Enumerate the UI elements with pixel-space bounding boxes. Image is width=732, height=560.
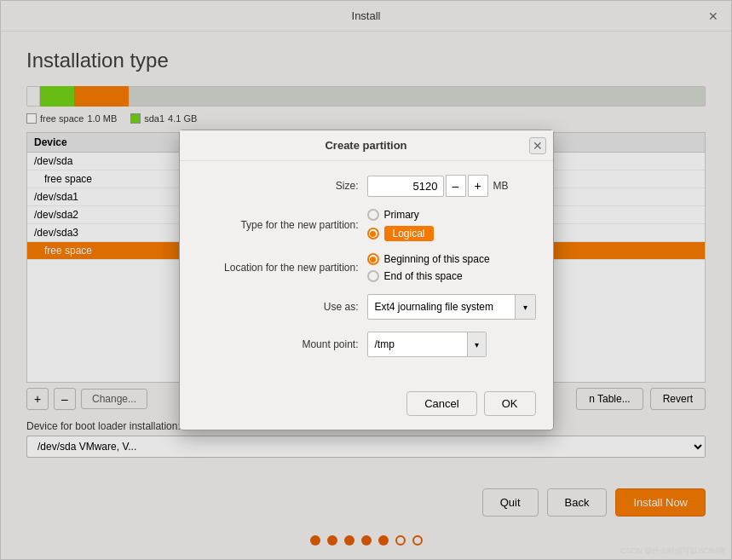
main-window: Install ✕ Installation type free space 1… bbox=[0, 0, 732, 560]
location-beginning-radio[interactable] bbox=[367, 253, 379, 265]
cancel-button[interactable]: Cancel bbox=[406, 391, 476, 416]
mount-arrow-icon[interactable]: ▾ bbox=[467, 332, 486, 356]
type-primary-radio[interactable] bbox=[367, 209, 379, 221]
mount-label: Mount point: bbox=[197, 338, 367, 350]
location-end-label: End of this space bbox=[384, 270, 463, 282]
type-row: Type for the new partition: Primary Logi… bbox=[197, 209, 536, 241]
location-beginning-label: Beginning of this space bbox=[384, 253, 490, 265]
mount-select[interactable]: /tmp ▾ bbox=[367, 332, 487, 357]
size-controls: – + MB bbox=[367, 175, 536, 197]
type-label: Type for the new partition: bbox=[197, 219, 367, 231]
watermark: CSDN @什么时候可以SCIM啊 bbox=[620, 546, 725, 557]
size-input[interactable] bbox=[367, 176, 444, 197]
decrease-size-button[interactable]: – bbox=[446, 175, 466, 197]
type-logical-option[interactable]: Logical bbox=[367, 226, 434, 241]
ok-button[interactable]: OK bbox=[484, 391, 536, 416]
type-radio-group: Primary Logical bbox=[367, 209, 434, 241]
dialog-body: Size: – + MB Type for the new partition: bbox=[180, 161, 553, 383]
location-label: Location for the new partition: bbox=[197, 262, 367, 274]
location-end-radio[interactable] bbox=[367, 270, 379, 282]
increase-size-button[interactable]: + bbox=[468, 175, 488, 197]
type-logical-radio[interactable] bbox=[367, 228, 379, 240]
dialog-footer: Cancel OK bbox=[180, 383, 553, 430]
type-logical-label: Logical bbox=[384, 226, 434, 241]
location-row: Location for the new partition: Beginnin… bbox=[197, 253, 536, 282]
dialog-overlay: Create partition ✕ Size: – + MB bbox=[0, 0, 732, 560]
mount-value: /tmp bbox=[368, 334, 467, 355]
size-unit: MB bbox=[493, 180, 509, 192]
use-as-select[interactable]: Ext4 journaling file system ▾ bbox=[367, 294, 536, 320]
dialog-titlebar: Create partition ✕ bbox=[180, 130, 553, 161]
size-label: Size: bbox=[197, 180, 367, 192]
size-row: Size: – + MB bbox=[197, 175, 536, 197]
use-as-label: Use as: bbox=[197, 301, 367, 313]
location-end-option[interactable]: End of this space bbox=[367, 270, 490, 282]
location-radio-group: Beginning of this space End of this spac… bbox=[367, 253, 490, 282]
location-beginning-option[interactable]: Beginning of this space bbox=[367, 253, 490, 265]
dialog-close-button[interactable]: ✕ bbox=[529, 137, 546, 154]
type-primary-option[interactable]: Primary bbox=[367, 209, 434, 221]
use-as-row: Use as: Ext4 journaling file system ▾ bbox=[197, 294, 536, 320]
create-partition-dialog: Create partition ✕ Size: – + MB bbox=[179, 130, 554, 430]
dialog-title: Create partition bbox=[325, 139, 406, 152]
mount-point-row: Mount point: /tmp ▾ bbox=[197, 332, 536, 357]
use-as-value: Ext4 journaling file system bbox=[368, 297, 515, 317]
type-primary-label: Primary bbox=[384, 209, 419, 221]
use-as-arrow-icon[interactable]: ▾ bbox=[515, 295, 535, 319]
